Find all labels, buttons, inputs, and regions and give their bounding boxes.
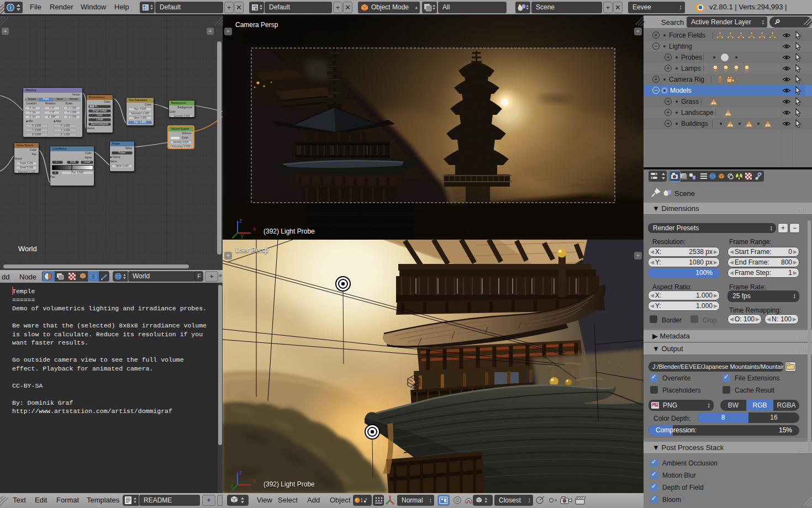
svg-text:i: i — [10, 5, 12, 10]
svg-text:x: x — [253, 478, 256, 484]
svg-text:y: y — [230, 482, 233, 488]
svg-text:z: z — [239, 218, 242, 224]
svg-text:z: z — [239, 469, 242, 475]
svg-text:y: y — [241, 232, 244, 239]
svg-text:x: x — [253, 226, 256, 232]
